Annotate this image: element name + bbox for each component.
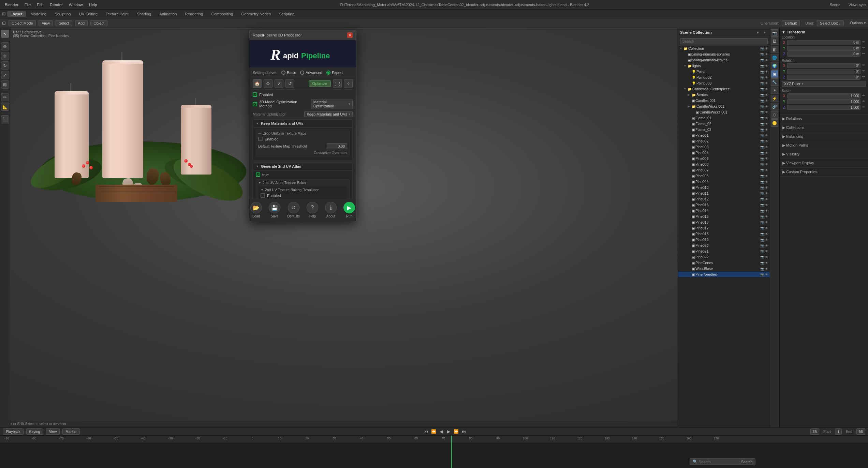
scp-eye-icon[interactable]: 👁 [765, 116, 768, 120]
scp-item-candlewicks.001[interactable]: ▣ CandleWicks.001 📷 👁 [678, 109, 770, 115]
scp-eye-icon[interactable]: 👁 [765, 250, 768, 253]
scp-eye-icon[interactable]: 👁 [765, 244, 768, 247]
gen-uv-checkbox[interactable] [256, 172, 260, 177]
keep-materials-header[interactable]: ▼ Keep Materials and UVs [253, 120, 352, 127]
customize-overrides-btn[interactable]: Customize Overrides [258, 151, 347, 155]
next-frame-btn[interactable]: ⏩ [453, 428, 459, 435]
marker-btn[interactable]: Marker [62, 428, 80, 435]
current-frame-display[interactable]: 35 [810, 428, 819, 435]
scp-item-flame_03[interactable]: ▣ Flame_03 📷 👁 [678, 127, 770, 133]
playback-btn[interactable]: Playback [3, 428, 24, 435]
scp-item-candles.001[interactable]: ▣ Candles.001 📷 👁 [678, 98, 770, 104]
scp-item-pine019[interactable]: ▣ Pine019 📷 👁 [678, 237, 770, 243]
scp-item-pine006[interactable]: ▣ Pine006 📷 👁 [678, 162, 770, 167]
radio-basic[interactable]: Basic [281, 71, 296, 75]
scp-eye-icon[interactable]: 👁 [765, 232, 768, 236]
scp-eye-icon[interactable]: 👁 [765, 180, 768, 184]
scp-eye-icon[interactable]: 👁 [765, 192, 768, 195]
scp-item-pine015[interactable]: ▣ Pine015 📷 👁 [678, 214, 770, 220]
scp-camera-icon[interactable]: 📷 [760, 134, 764, 137]
scp-eye-icon[interactable]: 👁 [765, 197, 768, 201]
end-frame-input[interactable]: 56 [856, 428, 865, 435]
scp-camera-icon[interactable]: 📷 [760, 174, 764, 178]
relations-toggle[interactable]: ▶ Relations [782, 117, 865, 121]
scp-camera-icon[interactable]: 📷 [760, 93, 764, 97]
optimize-button[interactable]: Optimize [309, 80, 331, 87]
material-opt-select[interactable]: Keep Materials and UVs ▾ [304, 111, 353, 117]
location-x-input[interactable] [787, 40, 860, 45]
tab-shading[interactable]: Shading [133, 11, 155, 17]
rotation-z-input[interactable] [787, 75, 860, 80]
prop-tab-output[interactable]: 🖼 [771, 37, 778, 45]
tab-modeling[interactable]: Modeling [27, 11, 50, 17]
help-button[interactable]: ? Help [307, 202, 318, 218]
tab-texture-paint[interactable]: Texture Paint [102, 11, 132, 17]
run-button[interactable]: ▶ Run [343, 202, 355, 218]
scp-eye-icon[interactable]: 👁 [765, 221, 768, 224]
motion-paths-toggle[interactable]: ▶ Motion Paths [782, 143, 865, 148]
scp-camera-icon[interactable]: 📷 [760, 267, 764, 271]
scp-eye-icon[interactable]: 👁 [765, 110, 768, 114]
scp-item-pine011[interactable]: ▣ Pine011 📷 👁 [678, 191, 770, 196]
annotate-tool[interactable]: ✏ [1, 93, 9, 101]
scp-camera-icon[interactable]: 📷 [760, 250, 764, 253]
scp-camera-icon[interactable]: 📷 [760, 145, 764, 149]
render-menu[interactable]: Render [47, 2, 65, 8]
scp-camera-icon[interactable]: 📷 [760, 261, 764, 265]
prop-tab-world[interactable]: 🌍 [771, 62, 778, 70]
scp-item-point[interactable]: 💡 Point 📷 👁 [678, 69, 770, 75]
prop-tab-object[interactable]: ▣ [771, 70, 778, 78]
prop-tab-constraints[interactable]: 🔗 [771, 103, 778, 110]
custom-props-toggle[interactable]: ▶ Custom Properties [782, 170, 865, 174]
scp-eye-icon[interactable]: 👁 [765, 128, 768, 132]
scp-eye-icon[interactable]: 👁 [765, 273, 768, 276]
scp-item-pine022[interactable]: ▣ Pine022 📷 👁 [678, 254, 770, 260]
opt-method-checkbox[interactable] [253, 102, 257, 106]
scp-camera-icon[interactable]: 📷 [760, 192, 764, 195]
play-btn[interactable]: ▶ [446, 428, 452, 435]
scp-eye-icon[interactable]: 👁 [765, 47, 768, 50]
scp-camera-icon[interactable]: 📷 [760, 273, 764, 276]
add-cube-tool[interactable]: ⬛ [1, 115, 9, 123]
scp-item-berries[interactable]: ▶ 📁 Berries 📷 👁 [678, 92, 770, 98]
scp-camera-icon[interactable]: 📷 [760, 151, 764, 155]
scp-camera-icon[interactable]: 📷 [760, 116, 764, 120]
scp-item-pine018[interactable]: ▣ Pine018 📷 👁 [678, 231, 770, 237]
scp-camera-icon[interactable]: 📷 [760, 87, 764, 91]
scp-eye-icon[interactable]: 👁 [765, 163, 768, 166]
scp-camera-icon[interactable]: 📷 [760, 197, 764, 201]
about-button[interactable]: ℹ About [325, 202, 337, 218]
orientation-default-btn[interactable]: Default [782, 20, 800, 26]
scp-camera-icon[interactable]: 📷 [760, 58, 764, 62]
scp-eye-icon[interactable]: 👁 [765, 203, 768, 207]
prop-tab-scene[interactable]: 🌐 [771, 54, 778, 61]
scp-camera-icon[interactable]: 📷 [760, 238, 764, 242]
scp-eye-icon[interactable]: 👁 [765, 215, 768, 218]
load-button[interactable]: 📂 Load [250, 202, 262, 218]
scp-camera-icon[interactable]: 📷 [760, 209, 764, 213]
scp-eye-icon[interactable]: 👁 [765, 226, 768, 230]
scp-eye-icon[interactable]: 👁 [765, 99, 768, 103]
measure-tool[interactable]: 📐 [1, 103, 9, 111]
tab-sculpting[interactable]: Sculpting [51, 11, 74, 17]
scp-item-point.003[interactable]: 💡 Point.003 📷 👁 [678, 80, 770, 86]
location-y-input[interactable] [787, 46, 860, 51]
scp-filter-icon[interactable]: ▼ [755, 29, 761, 35]
scp-eye-icon[interactable]: 👁 [765, 52, 768, 56]
scp-camera-icon[interactable]: 📷 [760, 105, 764, 108]
scp-item-pine002[interactable]: ▣ Pine002 📷 👁 [678, 138, 770, 144]
view-btn-tl[interactable]: View [46, 428, 60, 435]
scp-item-pine017[interactable]: ▣ Pine017 📷 👁 [678, 225, 770, 231]
scp-eye-icon[interactable]: 👁 [765, 93, 768, 97]
dialog-tab-star[interactable]: ✧ [344, 79, 353, 88]
scp-item-candlewicks.001[interactable]: ▶ 📁 CandleWicks.001 📷 👁 [678, 104, 770, 109]
scp-item-pine020[interactable]: ▣ Pine020 📷 👁 [678, 243, 770, 248]
transform-tool[interactable]: ⊠ [1, 80, 9, 89]
scp-item-pine004[interactable]: ▣ Pine004 📷 👁 [678, 150, 770, 156]
scp-camera-icon[interactable]: 📷 [760, 186, 764, 190]
scp-camera-icon[interactable]: 📷 [760, 221, 764, 224]
scp-item-pine008[interactable]: ▣ Pine008 📷 👁 [678, 173, 770, 179]
rotate-tool[interactable]: ↻ [1, 61, 9, 70]
scp-camera-icon[interactable]: 📷 [760, 52, 764, 56]
viewport-display-toggle[interactable]: ▶ Viewport Display [782, 161, 865, 165]
